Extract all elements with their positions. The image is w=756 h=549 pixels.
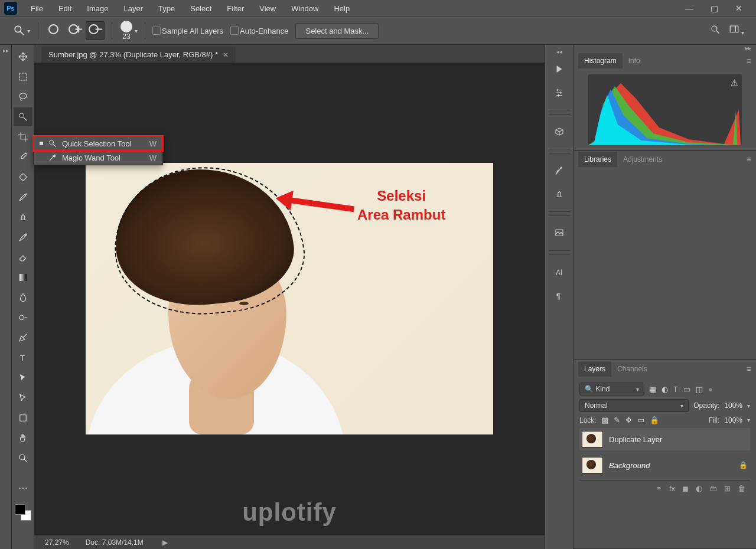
auto-enhance-option[interactable]: Auto-Enhance bbox=[230, 27, 288, 35]
rectangle-tool[interactable] bbox=[14, 409, 32, 427]
hand-tool[interactable] bbox=[14, 429, 32, 447]
window-minimize-button[interactable]: — bbox=[682, 4, 697, 13]
dock-expand-icon[interactable]: ◂◂ bbox=[556, 48, 562, 55]
panel-menu-icon[interactable]: ≡ bbox=[747, 155, 751, 164]
actions-panel-icon[interactable] bbox=[549, 59, 570, 79]
lock-all-icon[interactable]: 🔒 bbox=[650, 416, 659, 424]
healing-brush-tool[interactable] bbox=[14, 168, 32, 187]
menu-window[interactable]: Window bbox=[284, 2, 325, 15]
blur-tool[interactable] bbox=[14, 288, 32, 307]
tab-adjustments[interactable]: Adjustments bbox=[617, 152, 668, 167]
character-panel-icon[interactable]: A bbox=[549, 262, 570, 282]
menu-layer[interactable]: Layer bbox=[117, 2, 151, 15]
clone-source-panel-icon[interactable] bbox=[549, 184, 570, 204]
brush-tool[interactable] bbox=[14, 188, 32, 207]
layer-row[interactable]: 👁 Duplicate Layer bbox=[579, 428, 750, 450]
edit-toolbar-icon[interactable]: ⋯ bbox=[14, 478, 32, 497]
select-and-mask-button[interactable]: Select and Mask... bbox=[295, 23, 379, 39]
menu-image[interactable]: Image bbox=[80, 2, 115, 15]
link-layers-icon[interactable]: ⚭ bbox=[656, 484, 662, 493]
pen-tool[interactable] bbox=[14, 328, 32, 347]
layer-name[interactable]: Background bbox=[609, 461, 733, 470]
panel-menu-icon[interactable]: ≡ bbox=[747, 56, 751, 66]
tab-info[interactable]: Info bbox=[623, 53, 646, 68]
tab-layers[interactable]: Layers bbox=[578, 361, 611, 377]
direct-selection-tool[interactable] bbox=[14, 388, 32, 407]
menu-view[interactable]: View bbox=[252, 2, 283, 15]
layer-style-icon[interactable]: fx bbox=[669, 484, 675, 493]
gradient-tool[interactable] bbox=[14, 268, 32, 287]
layer-thumbnail[interactable] bbox=[582, 457, 603, 473]
properties-panel-icon[interactable] bbox=[549, 83, 570, 103]
flyout-quick-selection[interactable]: Quick Selection Tool W bbox=[34, 136, 162, 151]
window-maximize-button[interactable]: ▢ bbox=[706, 4, 722, 13]
marquee-tool[interactable] bbox=[14, 67, 32, 86]
brush-picker[interactable]: 23 ▾ bbox=[119, 21, 138, 41]
doc-info[interactable]: Doc: 7,03M/14,1M bbox=[86, 538, 144, 547]
crop-tool[interactable] bbox=[14, 128, 32, 146]
blend-mode-select[interactable]: Normal▾ bbox=[579, 399, 689, 412]
document-tab[interactable]: Sumber.jpg @ 27,3% (Duplicate Layer, RGB… bbox=[41, 47, 236, 63]
lock-position-icon[interactable]: ✥ bbox=[625, 416, 632, 424]
filter-smart-icon[interactable]: ◫ bbox=[696, 385, 703, 394]
3d-panel-icon[interactable] bbox=[549, 122, 570, 142]
lasso-tool[interactable] bbox=[14, 87, 32, 106]
delete-layer-icon[interactable]: 🗑 bbox=[738, 484, 745, 493]
dodge-tool[interactable] bbox=[14, 308, 32, 327]
foreground-color-swatch[interactable] bbox=[15, 504, 25, 515]
tool-preset-picker[interactable]: ▾ bbox=[12, 21, 31, 40]
layer-name[interactable]: Duplicate Layer bbox=[609, 435, 748, 444]
panels-collapse-icon[interactable]: ▸▸ bbox=[573, 45, 756, 52]
path-selection-tool[interactable] bbox=[14, 368, 32, 387]
eyedropper-tool[interactable] bbox=[14, 148, 32, 166]
toolbox-collapse-icon[interactable]: ▸▸ bbox=[0, 45, 12, 549]
sample-all-layers-option[interactable]: Sample All Layers bbox=[152, 27, 223, 35]
menu-select[interactable]: Select bbox=[183, 2, 219, 15]
history-brush-tool[interactable] bbox=[14, 228, 32, 247]
new-selection-icon[interactable] bbox=[45, 21, 64, 40]
move-tool[interactable] bbox=[14, 47, 32, 66]
window-close-button[interactable]: ✕ bbox=[731, 4, 747, 13]
lock-transparency-icon[interactable]: ▩ bbox=[601, 416, 608, 424]
brush-settings-panel-icon[interactable] bbox=[549, 161, 570, 181]
fill-value[interactable]: 100% bbox=[724, 416, 742, 424]
search-icon[interactable] bbox=[710, 24, 721, 37]
layer-mask-icon[interactable]: ◼ bbox=[682, 484, 689, 493]
zoom-level[interactable]: 27,27% bbox=[45, 538, 69, 547]
menu-filter[interactable]: Filter bbox=[220, 2, 251, 15]
flyout-magic-wand[interactable]: Magic Wand Tool W bbox=[34, 151, 162, 165]
type-tool[interactable]: T bbox=[14, 348, 32, 367]
filter-pixel-icon[interactable]: ▦ bbox=[649, 385, 656, 394]
tab-libraries[interactable]: Libraries bbox=[578, 152, 617, 167]
checkbox-icon[interactable] bbox=[230, 27, 239, 35]
tab-channels[interactable]: Channels bbox=[611, 361, 653, 377]
filter-type-icon[interactable]: T bbox=[673, 385, 678, 394]
paragraph-panel-icon[interactable]: ¶ bbox=[549, 286, 570, 306]
navigator-panel-icon[interactable] bbox=[549, 223, 570, 243]
tab-histogram[interactable]: Histogram bbox=[578, 53, 623, 68]
workspace-switcher-icon[interactable]: ▾ bbox=[729, 24, 744, 37]
status-flyout-icon[interactable]: ▶ bbox=[162, 538, 168, 547]
lock-pixels-icon[interactable]: ✎ bbox=[614, 416, 620, 424]
adjustment-layer-icon[interactable]: ◐ bbox=[696, 484, 702, 493]
close-tab-icon[interactable]: ✕ bbox=[223, 51, 229, 59]
checkbox-icon[interactable] bbox=[152, 27, 161, 35]
menu-edit[interactable]: Edit bbox=[51, 2, 79, 15]
lock-artboard-icon[interactable]: ▭ bbox=[637, 416, 644, 424]
filter-shape-icon[interactable]: ▭ bbox=[683, 385, 690, 394]
group-icon[interactable]: 🗀 bbox=[709, 484, 717, 493]
quick-selection-tool[interactable] bbox=[14, 107, 32, 126]
canvas[interactable]: Seleksi Area Rambut bbox=[86, 163, 493, 434]
panel-menu-icon[interactable]: ≡ bbox=[747, 364, 751, 374]
menu-type[interactable]: Type bbox=[151, 2, 182, 15]
filter-adjust-icon[interactable]: ◐ bbox=[662, 385, 668, 394]
add-selection-icon[interactable] bbox=[66, 21, 84, 40]
clone-stamp-tool[interactable] bbox=[14, 208, 32, 227]
layer-filter-kind[interactable]: 🔍 Kind▾ bbox=[579, 383, 644, 396]
histogram-warning-icon[interactable]: ⚠ bbox=[731, 78, 738, 87]
opacity-value[interactable]: 100% bbox=[724, 401, 742, 410]
new-layer-icon[interactable]: ⊞ bbox=[724, 484, 731, 493]
layer-thumbnail[interactable] bbox=[582, 431, 603, 447]
subtract-selection-icon[interactable] bbox=[86, 21, 105, 40]
zoom-tool[interactable] bbox=[14, 449, 32, 468]
